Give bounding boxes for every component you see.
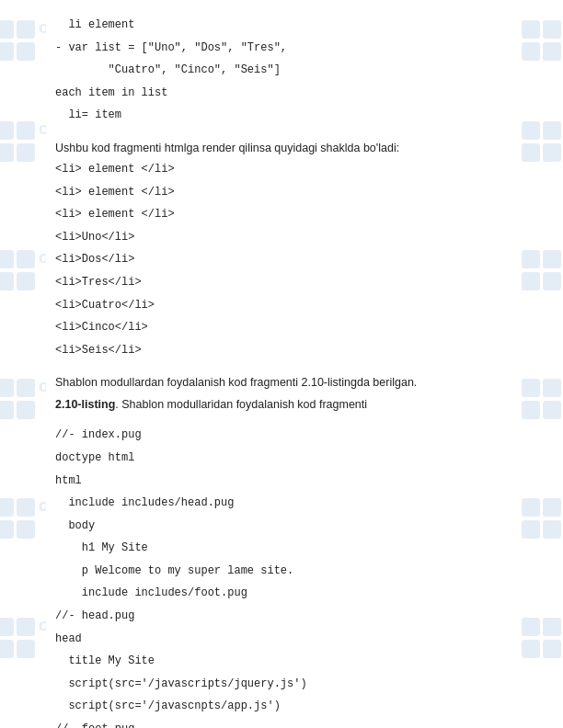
output-code-3: <li> element </li> — [55, 206, 508, 223]
listing-7: include includes/foot.pug — [55, 585, 508, 602]
output-code-8: <li>Cinco</li> — [55, 319, 508, 336]
listing-title: 2.10-listing. Shablon modullaridan foyda… — [55, 395, 508, 414]
output-code-7: <li>Cuatro</li> — [55, 297, 508, 314]
output-code-9: <li>Seis</li> — [55, 342, 508, 359]
listing-5: h1 My Site — [55, 540, 508, 557]
intro-code-2: - var list = ["Uno", "Dos", "Tres", — [55, 40, 508, 57]
listing-bold: 2.10-listing — [55, 398, 115, 411]
comment-head: //- head.pug — [55, 608, 508, 625]
output-code-2: <li> element </li> — [55, 184, 508, 201]
shablon-text: Shablon modullardan foydalanish kod frag… — [55, 373, 508, 392]
listing-8: head — [55, 631, 508, 648]
output-code-4: <li>Uno</li> — [55, 229, 508, 246]
output-code-1: <li> element </li> — [55, 161, 508, 178]
shablon-intro: Shablon modullardan foydalanish kod frag… — [55, 376, 417, 389]
listing-9: title My Site — [55, 653, 508, 670]
intro-code-3: "Cuatro", "Cinco", "Seis"] — [55, 62, 508, 79]
intro-code-5: li= item — [55, 107, 508, 124]
listing-2: html — [55, 472, 508, 490]
intro-code-1: li element — [55, 17, 508, 34]
comment-foot: //- foot.pug — [55, 721, 508, 728]
listing-11: script(src='/javascnpts/app.js') — [55, 698, 508, 715]
intro-code-4: each item in list — [55, 85, 508, 102]
page-content: li element - var list = ["Uno", "Dos", "… — [0, 0, 563, 728]
listing-10: script(src='/javascripts/jquery.js') — [55, 676, 508, 693]
output-code-5: <li>Dos</li> — [55, 251, 508, 268]
output-code-6: <li>Tres</li> — [55, 274, 508, 291]
listing-4: body — [55, 518, 508, 535]
listing-rest: . Shablon modullaridan foydalanish kod f… — [115, 398, 367, 411]
listing-1: doctype html — [55, 449, 508, 467]
listing-6: p Welcome to my super lame site. — [55, 563, 508, 580]
render-text-1: Ushbu kod fragmenti htmlga render qilins… — [55, 139, 508, 157]
comment-index: //- index.pug — [55, 427, 508, 444]
listing-3: include includes/head.pug — [55, 495, 508, 512]
